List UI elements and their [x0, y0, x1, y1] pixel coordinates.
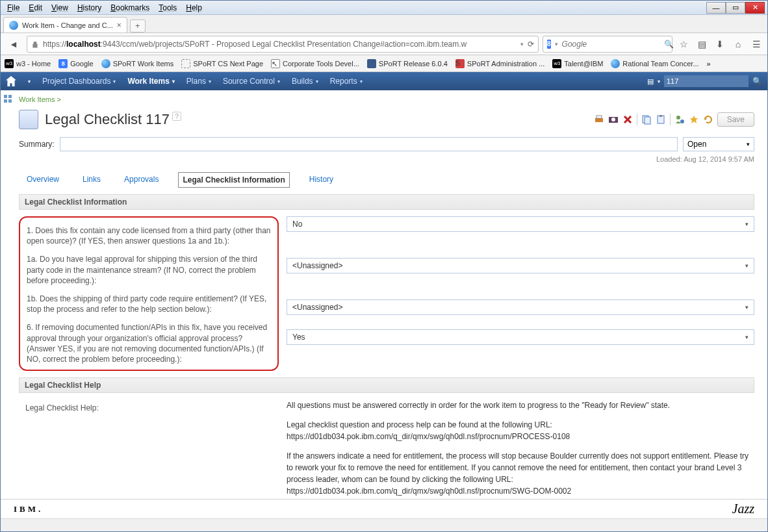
loaded-timestamp: Loaded: Aug 12, 2014 9:57 AM — [19, 154, 754, 170]
nav-search-input[interactable] — [664, 75, 749, 87]
menu-history[interactable]: History — [73, 2, 105, 14]
bookmark-sport-wi[interactable]: SPoRT Work Items — [101, 59, 174, 68]
search-icon[interactable]: 🔍 — [752, 77, 762, 86]
home-icon[interactable]: ⌂ — [731, 37, 745, 51]
maximize-button[interactable]: ▭ — [726, 2, 745, 14]
answer-1b-select[interactable]: <Unassigned>▾ — [287, 299, 754, 315]
tab-legal[interactable]: Legal Checklist Information — [178, 172, 289, 188]
close-button[interactable]: ✕ — [745, 2, 765, 14]
nav-workitems[interactable]: Work Items▾ — [127, 77, 174, 86]
new-tab-button[interactable]: + — [130, 19, 146, 32]
nav-builds[interactable]: Builds▾ — [292, 77, 318, 86]
reload-icon[interactable]: ⟳ — [528, 40, 534, 49]
svg-rect-0 — [595, 118, 603, 122]
copy-icon[interactable] — [641, 114, 652, 125]
subscribe-icon[interactable] — [674, 114, 685, 125]
bookmark-sport-admin[interactable]: SSPoRT Administration ... — [455, 59, 544, 68]
library-icon[interactable]: ▤ — [695, 37, 709, 51]
google-icon: 8 — [547, 40, 551, 49]
tab-close-icon[interactable]: × — [117, 21, 122, 30]
home-icon[interactable] — [6, 76, 16, 86]
help-p2: Legal checklist question and process hel… — [287, 419, 754, 442]
bookmark-talent[interactable]: w3Talent@IBM — [552, 59, 603, 68]
search-type-icon[interactable]: ▤ — [647, 77, 654, 86]
tab-links[interactable]: Links — [79, 172, 105, 188]
chevron-down-icon: ▾ — [745, 304, 749, 310]
titlebar: File Edit View History Bookmarks Tools H… — [1, 1, 767, 15]
dropdown-icon[interactable]: ▾ — [520, 41, 524, 47]
browser-tab[interactable]: Work Item - Change and C... × — [3, 17, 127, 32]
separator — [670, 114, 671, 125]
question-1a: 1a. Do you have legal approval for shipp… — [27, 251, 271, 291]
grid-icon[interactable] — [3, 94, 12, 103]
help-p1: All questions must be answered correctly… — [287, 399, 754, 411]
bookmark-rtc[interactable]: Rational Team Concer... — [611, 59, 698, 68]
svg-point-8 — [676, 116, 680, 120]
separator — [637, 114, 637, 125]
window: File Edit View History Bookmarks Tools H… — [0, 0, 768, 532]
camera-icon[interactable] — [608, 114, 619, 125]
question-1: 1. Does this fix contain any code licens… — [27, 223, 271, 251]
hamburger-icon[interactable]: ☰ — [749, 37, 763, 51]
answer-1-select[interactable]: No▾ — [287, 216, 754, 232]
help-icon[interactable]: ? — [172, 112, 181, 121]
bookmark-sport-rel[interactable]: SPoRT Release 6.0.4 — [367, 59, 448, 68]
address-bar-row: ◄ https://localhost:9443/ccm/web/project… — [1, 33, 767, 55]
minimize-button[interactable]: — — [706, 2, 726, 14]
menubar: File Edit View History Bookmarks Tools H… — [3, 2, 706, 14]
svg-point-9 — [680, 120, 684, 123]
refresh-icon[interactable] — [703, 114, 713, 125]
menu-tools[interactable]: Tools — [155, 2, 181, 14]
tab-approvals[interactable]: Approvals — [120, 172, 162, 188]
tab-history[interactable]: History — [305, 172, 337, 188]
page-title: Legal Checklist 117? — [45, 111, 587, 128]
tab-bar: Overview Links Approvals Legal Checklist… — [19, 170, 754, 194]
state-select[interactable]: Open ▾ — [683, 137, 754, 151]
menu-edit[interactable]: Edit — [25, 2, 46, 14]
lock-icon — [31, 40, 39, 48]
save-button[interactable]: Save — [717, 112, 754, 127]
breadcrumb[interactable]: Work Items > — [19, 94, 754, 107]
nav-reports[interactable]: Reports▾ — [330, 77, 363, 86]
release-icon — [367, 59, 376, 68]
ibm-logo: IBM. — [14, 504, 43, 514]
paste-icon[interactable] — [656, 114, 666, 125]
bookmark-star-icon[interactable]: ☆ — [676, 37, 691, 51]
bookmark-w3[interactable]: w3w3 - Home — [5, 59, 51, 68]
chevron-down-icon: ▾ — [745, 221, 749, 227]
nav-dashboards[interactable]: Project Dashboards▾ — [42, 77, 116, 86]
nav-source[interactable]: Source Control▾ — [223, 77, 280, 86]
answers-column: No▾ <Unassigned>▾ <Unassigned>▾ Yes▾ — [287, 216, 754, 371]
summary-label: Summary: — [19, 140, 55, 149]
tab-overview[interactable]: Overview — [23, 172, 63, 188]
page-footer: IBM. Jazz — [1, 499, 767, 518]
bookmark-corp[interactable]: ↖Corporate Tools Devel... — [271, 59, 359, 68]
menu-help[interactable]: Help — [182, 2, 206, 14]
address-bar[interactable]: https://localhost:9443/ccm/web/projects/… — [27, 36, 539, 53]
menu-view[interactable]: View — [47, 2, 72, 14]
search-dropdown-icon[interactable]: ▾ — [555, 41, 558, 47]
favorite-icon[interactable] — [689, 114, 699, 125]
bookmark-sport-cs[interactable]: SPoRT CS Next Page — [181, 59, 263, 68]
print-icon[interactable] — [594, 114, 604, 125]
search-input[interactable] — [562, 40, 660, 49]
answer-1a-select[interactable]: <Unassigned>▾ — [287, 258, 754, 273]
delete-icon[interactable] — [622, 114, 633, 125]
help-p3: If the answers indicate a need for entit… — [287, 450, 754, 497]
downloads-icon[interactable]: ⬇ — [713, 37, 727, 51]
menu-bookmarks[interactable]: Bookmarks — [107, 2, 153, 14]
search-bar[interactable]: 8 ▾ 🔍 — [543, 36, 672, 53]
menu-file[interactable]: File — [3, 2, 23, 14]
search-icon[interactable]: 🔍 — [664, 40, 674, 49]
nav-plans[interactable]: Plans▾ — [186, 77, 211, 86]
toolbar: Save — [594, 112, 754, 127]
summary-input[interactable] — [60, 137, 678, 151]
back-button[interactable]: ◄ — [5, 36, 23, 53]
svg-rect-1 — [596, 116, 602, 118]
svg-point-3 — [611, 118, 615, 121]
workitem-icon — [19, 110, 38, 129]
bookmark-google[interactable]: 8Google — [58, 59, 93, 68]
overflow-icon[interactable]: » — [707, 60, 711, 68]
answer-6-select[interactable]: Yes▾ — [287, 329, 754, 345]
nav-search: ▤▾ 🔍 — [647, 75, 762, 87]
